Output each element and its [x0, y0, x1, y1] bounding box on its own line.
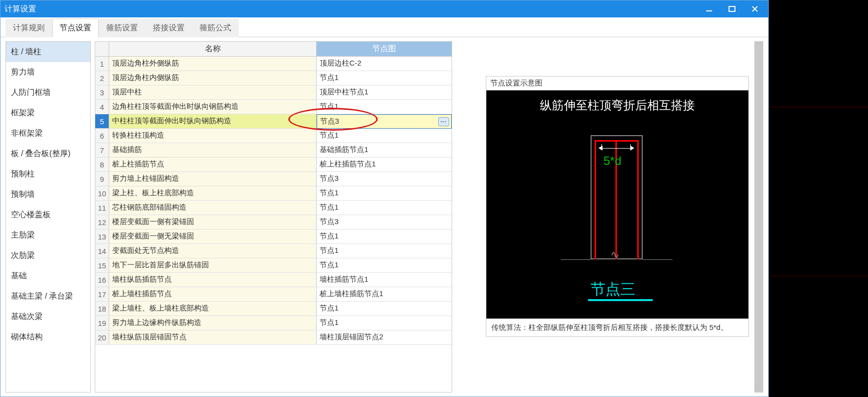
node-label-underline [588, 299, 653, 301]
row-number: 13 [95, 230, 109, 244]
sidebar-item-3[interactable]: 框架梁 [6, 103, 90, 123]
table-row[interactable]: 20墙柱纵筋顶层锚固节点墙柱顶层锚固节点2 [95, 330, 452, 345]
table-row[interactable]: 2顶层边角柱内侧纵筋节点1 [95, 71, 452, 85]
sidebar-item-12[interactable]: 基础主梁 / 承台梁 [6, 286, 90, 307]
cell-name[interactable]: 变截面处无节点构造 [109, 244, 317, 258]
cell-value[interactable]: 桩上柱插筋节点1 [317, 158, 452, 172]
cell-value[interactable]: 节点1 [317, 258, 452, 273]
table-row[interactable]: 10梁上柱、板上柱底部构造节点1 [95, 186, 452, 201]
tab-3[interactable]: 搭接设置 [145, 18, 192, 37]
diagram-heading: 纵筋伸至柱顶弯折后相互搭接 [540, 97, 695, 113]
tab-2[interactable]: 箍筋设置 [99, 18, 145, 37]
cell-name[interactable]: 墙柱纵筋顶层锚固节点 [109, 330, 317, 345]
cell-name[interactable]: 转换柱柱顶构造 [109, 129, 317, 143]
table-row[interactable]: 6转换柱柱顶构造节点1 [95, 129, 452, 143]
sidebar-item-7[interactable]: 预制墙 [6, 184, 90, 205]
table-row[interactable]: 4边角柱柱顶等截面伸出时纵向钢筋构造节点1 [95, 100, 452, 114]
table-row[interactable]: 18梁上墙柱、板上墙柱底部构造节点1 [95, 302, 452, 316]
dim-tick-left [601, 144, 602, 149]
cell-name[interactable]: 楼层变截面一侧有梁锚固 [109, 215, 317, 230]
table-row[interactable]: 7基础插筋基础插筋节点1 [95, 143, 452, 158]
table-row[interactable]: 11芯柱钢筋底部锚固构造节点1 [95, 201, 452, 215]
cell-name[interactable]: 梁上墙柱、板上墙柱底部构造 [109, 302, 317, 316]
table-row[interactable]: 8桩上柱插筋节点桩上柱插筋节点1 [95, 158, 452, 172]
close-button[interactable] [743, 0, 766, 17]
minimize-button[interactable] [698, 0, 721, 17]
sidebar-item-10[interactable]: 次肋梁 [6, 245, 90, 266]
category-sidebar[interactable]: 柱 / 墙柱剪力墙人防门框墙框架梁非框架梁板 / 叠合板(整厚)预制柱预制墙空心… [5, 41, 91, 393]
cell-name[interactable]: 顶层中柱 [109, 85, 317, 100]
table-row[interactable]: 19剪力墙上边缘构件纵筋构造节点1 [95, 316, 452, 330]
table-row[interactable]: 9剪力墙上柱锚固构造节点3 [95, 172, 452, 186]
cell-value[interactable]: 节点1 [317, 230, 452, 244]
table-row[interactable]: 1顶层边角柱外侧纵筋顶层边柱C-2 [95, 57, 452, 71]
node-grid: 名称 节点图 1顶层边角柱外侧纵筋顶层边柱C-22顶层边角柱内侧纵筋节点13顶层… [95, 41, 452, 393]
sidebar-item-2[interactable]: 人防门框墙 [6, 82, 90, 103]
dim-label: 5*d [603, 154, 621, 168]
cell-value[interactable]: 节点1 [317, 302, 452, 316]
diagram-scroll-thumb[interactable] [754, 41, 763, 393]
tab-1[interactable]: 节点设置 [52, 18, 99, 37]
cell-value[interactable]: 墙柱顶层锚固节点2 [317, 330, 452, 345]
table-row[interactable]: 16墙柱纵筋插筋节点墙柱插筋节点1 [95, 273, 452, 287]
cell-value[interactable]: 节点1 [317, 71, 452, 85]
cell-name[interactable]: 墙柱纵筋插筋节点 [109, 273, 317, 287]
cell-value[interactable]: 顶层边柱C-2 [317, 57, 452, 71]
cell-value[interactable]: 墙柱插筋节点1 [317, 273, 452, 287]
cell-value[interactable]: 节点1 [317, 201, 452, 215]
cell-name[interactable]: 剪力墙上柱锚固构造 [109, 172, 317, 186]
cell-name[interactable]: 地下一层比首层多出纵筋锚固 [109, 258, 317, 273]
cell-name[interactable]: 剪力墙上边缘构件纵筋构造 [109, 316, 317, 330]
tab-4[interactable]: 箍筋公式 [192, 18, 239, 37]
sidebar-item-9[interactable]: 主肋梁 [6, 225, 90, 245]
cell-value[interactable]: 节点1 [317, 244, 452, 258]
cell-name[interactable]: 顶层边角柱内侧纵筋 [109, 71, 317, 85]
cell-more-icon[interactable]: ⋯ [438, 117, 449, 126]
table-row[interactable]: 12楼层变截面一侧有梁锚固节点3 [95, 215, 452, 230]
cell-name[interactable]: 桩上墙柱插筋节点 [109, 287, 317, 302]
sidebar-item-6[interactable]: 预制柱 [6, 164, 90, 184]
sidebar-item-8[interactable]: 空心楼盖板 [6, 205, 90, 225]
sidebar-item-14[interactable]: 砌体结构 [6, 327, 90, 347]
grid-body[interactable]: 1顶层边角柱外侧纵筋顶层边柱C-22顶层边角柱内侧纵筋节点13顶层中柱顶层中柱节… [95, 57, 452, 392]
cell-value[interactable]: 节点3 [317, 172, 452, 186]
diagram-card: 节点设置示意图 纵筋伸至柱顶弯折后相互搭接 [486, 76, 749, 337]
cell-value[interactable]: 节点3⋯ [317, 114, 452, 129]
cell-value[interactable]: 节点1 [317, 129, 452, 143]
cell-value[interactable]: 节点1 [317, 316, 452, 330]
cell-value[interactable]: 节点1 [317, 100, 452, 114]
tab-0[interactable]: 计算规则 [5, 18, 52, 37]
name-header[interactable]: 名称 [109, 42, 317, 57]
sidebar-item-1[interactable]: 剪力墙 [6, 62, 90, 82]
table-row[interactable]: 3顶层中柱顶层中柱节点1 [95, 85, 452, 100]
sidebar-item-0[interactable]: 柱 / 墙柱 [6, 42, 90, 62]
cell-name[interactable]: 桩上柱插筋节点 [109, 158, 317, 172]
sidebar-item-13[interactable]: 基础次梁 [6, 307, 90, 327]
table-row[interactable]: 13楼层变截面一侧无梁锚固节点1 [95, 230, 452, 244]
sidebar-item-11[interactable]: 基础 [6, 266, 90, 286]
tabbar: 计算规则节点设置箍筋设置搭接设置箍筋公式 [0, 17, 768, 37]
sidebar-item-4[interactable]: 非框架梁 [6, 123, 90, 144]
table-row[interactable]: 14变截面处无节点构造节点1 [95, 244, 452, 258]
value-header[interactable]: 节点图 [317, 42, 452, 57]
row-number: 2 [95, 71, 109, 85]
cell-name[interactable]: 中柱柱顶等截面伸出时纵向钢筋构造 [109, 114, 317, 129]
cell-name[interactable]: 边角柱柱顶等截面伸出时纵向钢筋构造 [109, 100, 317, 114]
diagram-canvas: 纵筋伸至柱顶弯折后相互搭接 5*d [486, 90, 748, 318]
cell-name[interactable]: 芯柱钢筋底部锚固构造 [109, 201, 317, 215]
cell-value[interactable]: 顶层中柱节点1 [317, 85, 452, 100]
table-row[interactable]: 17桩上墙柱插筋节点桩上墙柱插筋节点1 [95, 287, 452, 302]
sidebar-item-5[interactable]: 板 / 叠合板(整厚) [6, 144, 90, 164]
maximize-button[interactable] [721, 0, 743, 17]
cell-name[interactable]: 楼层变截面一侧无梁锚固 [109, 230, 317, 244]
cell-value[interactable]: 桩上墙柱插筋节点1 [317, 287, 452, 302]
cell-name[interactable]: 梁上柱、板上柱底部构造 [109, 186, 317, 201]
table-row[interactable]: 5中柱柱顶等截面伸出时纵向钢筋构造节点3⋯ [95, 114, 452, 129]
cell-name[interactable]: 基础插筋 [109, 143, 317, 158]
diagram-scrollbar[interactable] [754, 41, 763, 393]
cell-value[interactable]: 节点1 [317, 186, 452, 201]
cell-name[interactable]: 顶层边角柱外侧纵筋 [109, 57, 317, 71]
cell-value[interactable]: 基础插筋节点1 [317, 143, 452, 158]
table-row[interactable]: 15地下一层比首层多出纵筋锚固节点1 [95, 258, 452, 273]
cell-value[interactable]: 节点3 [317, 215, 452, 230]
